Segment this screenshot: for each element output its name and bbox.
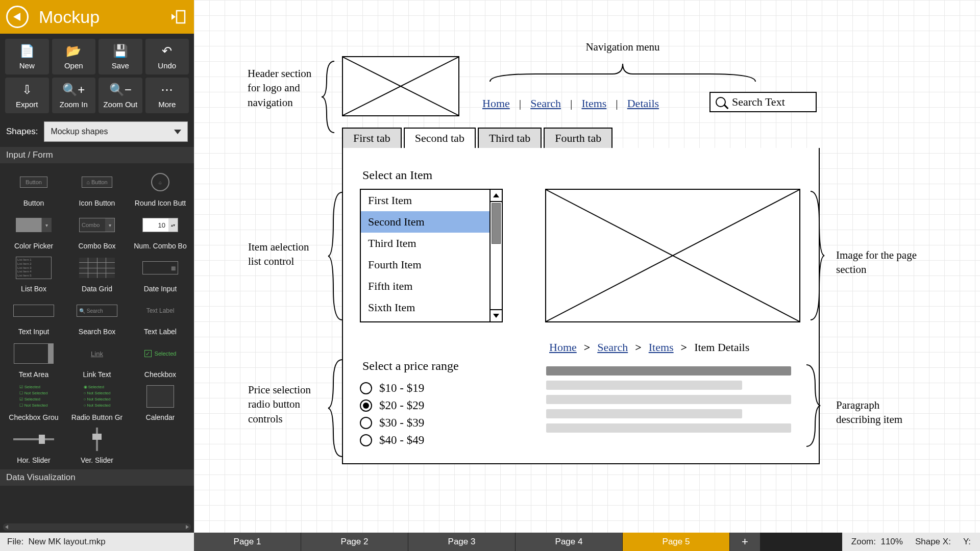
shape-label: Text Label (144, 328, 177, 336)
page-tab-2[interactable]: Page 3 (408, 533, 516, 551)
shape-thumb: ⌂ Button (71, 168, 122, 196)
shape-round-icon-butt[interactable]: ⌂Round Icon Butt (130, 168, 191, 207)
brace-price-icon (326, 357, 347, 459)
shape-label: Round Icon Butt (135, 199, 186, 207)
toolbar-new-button[interactable]: 📄New (5, 39, 49, 74)
brace-image-icon (805, 189, 827, 322)
toolbar-open-button[interactable]: 📂Open (52, 39, 96, 74)
shape-search-box[interactable]: 🔍 SearchSearch Box (66, 297, 128, 336)
add-page-button[interactable]: + (730, 533, 761, 551)
shape-button[interactable]: ButtonButton (3, 168, 64, 207)
list-item[interactable]: First Item (361, 190, 489, 211)
nav-link-items[interactable]: Items (581, 97, 606, 110)
price-option[interactable]: $40 - $49 (360, 434, 424, 447)
list-item[interactable]: Fourth Item (361, 254, 489, 276)
price-option[interactable]: $20 - $29 (360, 399, 424, 412)
item-listbox[interactable]: First ItemSecond ItemThird ItemFourth It… (360, 189, 503, 322)
shape-color-picker[interactable]: ▾Color Picker (3, 211, 64, 250)
scroll-up-icon[interactable] (491, 190, 502, 202)
tab-1[interactable]: Second tab (404, 128, 476, 149)
shape-combo-box[interactable]: Combo▾Combo Box (66, 211, 128, 250)
nav-menu: Home|Search|Items|Details (482, 97, 659, 110)
annotation-paragraph: Paragraph describing item (836, 398, 923, 427)
tab-2[interactable]: Third tab (478, 128, 542, 149)
toolbar-more-button[interactable]: ⋯More (145, 78, 189, 113)
scroll-thumb[interactable] (492, 203, 501, 244)
shape-checkbox[interactable]: ✓SelectedCheckbox (130, 340, 191, 379)
shape-text-label[interactable]: Text LabelText Label (130, 297, 191, 336)
zoom-label: Zoom: (851, 537, 876, 546)
collapse-sidebar-button[interactable] (167, 10, 188, 24)
nav-link-home[interactable]: Home (482, 97, 510, 110)
shape-text-area[interactable]: Text Area (3, 340, 64, 379)
shape-list-box[interactable]: List Item 1List Item 2List Item 3List It… (3, 254, 64, 293)
y-label: Y: (963, 537, 971, 547)
search-icon (716, 97, 726, 107)
app-title: Mockup (39, 7, 167, 27)
page-tab-1[interactable]: Page 2 (301, 533, 408, 551)
item-image-placeholder[interactable] (545, 189, 800, 322)
page-tab-3[interactable]: Page 4 (516, 533, 623, 551)
toolbar-zoom-out-button[interactable]: 🔍−Zoom Out (99, 78, 142, 113)
new-icon: 📄 (19, 44, 35, 58)
tab-3[interactable]: Fourth tab (544, 128, 612, 149)
nav-separator: | (616, 97, 618, 110)
shapes-dropdown[interactable]: Mockup shapes (44, 121, 188, 142)
breadcrumb-link[interactable]: Items (649, 341, 674, 354)
open-icon: 📂 (66, 44, 81, 58)
scroll-down-icon[interactable] (491, 309, 502, 321)
paragraph-placeholder (546, 366, 791, 438)
list-item[interactable]: Second Item (361, 211, 489, 233)
shape-hor-slider[interactable]: Hor. Slider (3, 425, 64, 464)
toolbar-label: More (158, 100, 176, 109)
shape-calendar[interactable]: Calendar (130, 383, 191, 421)
sidebar-scrollbar[interactable] (3, 523, 191, 531)
listbox-scrollbar[interactable] (489, 190, 502, 321)
search-box[interactable]: Search Text (709, 92, 817, 112)
nav-link-details[interactable]: Details (627, 97, 659, 110)
shape-radio-button-gr[interactable]: ◉ Selected○ Not Selected○ Not Selected○ … (66, 383, 128, 421)
shape-icon-button[interactable]: ⌂ ButtonIcon Button (66, 168, 128, 207)
list-item[interactable]: Fifth item (361, 276, 489, 297)
toolbar-zoom-in-button[interactable]: 🔍+Zoom In (52, 78, 96, 113)
page-tab-0[interactable]: Page 1 (194, 533, 301, 551)
shape-label: Link Text (83, 370, 111, 379)
shape-label: Calendar (146, 413, 175, 421)
chevron-down-icon (174, 130, 181, 134)
list-item[interactable]: Sixth Item (361, 297, 489, 318)
shape-checkbox-grou[interactable]: ☑ Selected☐ Not Selected☑ Selected☐ Not … (3, 383, 64, 421)
shape-label: Data Grid (82, 285, 112, 293)
canvas[interactable]: Header section for logo and navigation N… (194, 0, 980, 533)
toolbar-save-button[interactable]: 💾Save (99, 39, 142, 74)
shapes-dropdown-value: Mockup shapes (51, 127, 108, 136)
shape-ver-slider[interactable]: Ver. Slider (66, 425, 128, 464)
shape-label: Ver. Slider (81, 456, 113, 464)
shape-num-combo-bo[interactable]: 10▴▾Num. Combo Bo (130, 211, 191, 250)
chevron-right-icon: > (681, 341, 688, 354)
toolbar-export-button[interactable]: ⇩Export (5, 78, 49, 113)
logo-placeholder[interactable] (342, 56, 459, 116)
breadcrumb: Home>Search>Items>Item Details (549, 341, 749, 354)
file-status: File: New MK layout.mkp (0, 533, 194, 551)
shape-link-text[interactable]: LinkLink Text (66, 340, 128, 379)
page-tab-4[interactable]: Page 5 (623, 533, 730, 551)
shape-label: Num. Combo Bo (134, 242, 186, 250)
list-item[interactable]: Third Item (361, 233, 489, 254)
price-option[interactable]: $10 - $19 (360, 382, 424, 395)
back-button[interactable] (6, 6, 29, 28)
radio-icon (360, 434, 372, 446)
shape-date-input[interactable]: ▦Date Input (130, 254, 191, 293)
breadcrumb-link[interactable]: Home (549, 341, 577, 354)
shape-label: Search Box (79, 328, 115, 336)
select-item-title: Select an Item (362, 168, 432, 182)
shape-text-input[interactable]: Text Input (3, 297, 64, 336)
radio-icon (360, 399, 372, 412)
shape-thumb: Combo▾ (71, 211, 122, 239)
toolbar-undo-button[interactable]: ↶Undo (145, 39, 189, 74)
tab-0[interactable]: First tab (342, 128, 402, 149)
shape-data-grid[interactable]: Data Grid (66, 254, 128, 293)
breadcrumb-link[interactable]: Search (597, 341, 628, 354)
shape-label: Icon Button (79, 199, 115, 207)
price-option[interactable]: $30 - $39 (360, 416, 424, 430)
nav-link-search[interactable]: Search (530, 97, 561, 110)
